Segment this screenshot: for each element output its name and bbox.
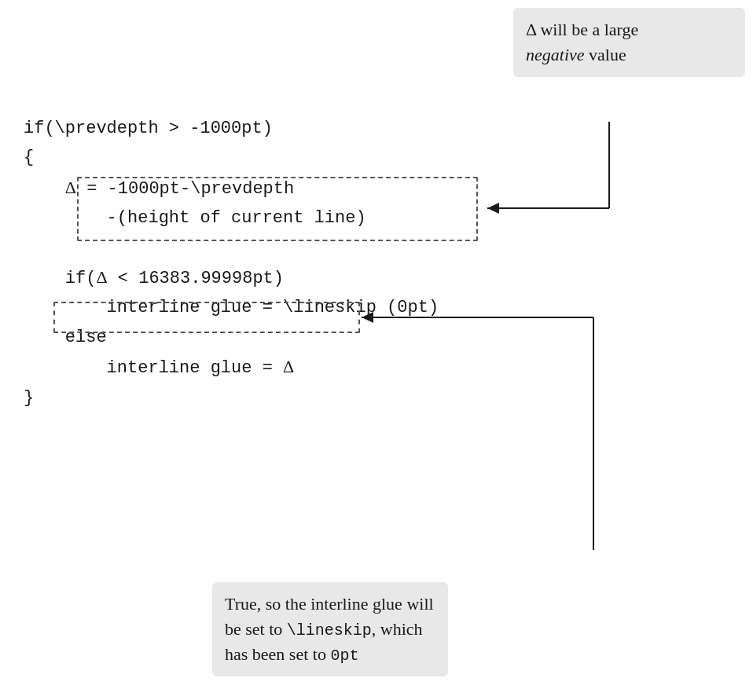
svg-marker-2 — [487, 203, 499, 214]
code-line-7: interline glue = \lineskip (0pt) — [24, 293, 439, 322]
code-line-3: Δ = -1000pt-\prevdepth — [24, 173, 439, 203]
code-line-10: } — [24, 383, 439, 412]
code-line-1: if(\prevdepth > -1000pt) — [24, 114, 439, 143]
code-line-6: if(Δ < 16383.99998pt) — [24, 262, 439, 293]
callout-bottom-text: True, so the interline glue will be set … — [225, 594, 434, 664]
callout-top-line1: Δ will be a large — [526, 20, 638, 39]
callout-bottom: True, so the interline glue will be set … — [212, 582, 448, 676]
delta-sym-3: Δ — [283, 357, 294, 376]
page-container: Δ will be a large negative value if(\pre… — [0, 0, 753, 700]
code-line-4: -(height of current line) — [24, 203, 439, 233]
code-block: if(\prevdepth > -1000pt) { Δ = -1000pt-\… — [24, 114, 439, 412]
code-line-2: { — [24, 143, 439, 172]
code-line-9: interline glue = Δ — [24, 352, 439, 383]
code-line-8: else — [24, 323, 439, 352]
delta-sym-2: Δ — [96, 267, 107, 287]
callout-top-italic: negative — [526, 45, 585, 64]
delta-sym-1: Δ — [65, 178, 76, 197]
code-line-5 — [24, 233, 439, 262]
callout-top-right: Δ will be a large negative value — [513, 8, 745, 77]
callout-top-rest: value — [585, 45, 626, 64]
